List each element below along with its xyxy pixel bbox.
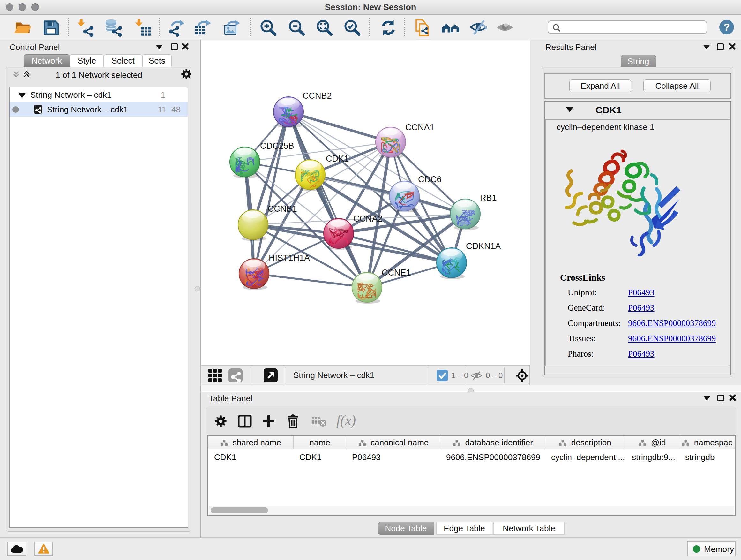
svg-text:CCNA1: CCNA1 — [405, 123, 434, 132]
svg-text:CDK1: CDK1 — [326, 154, 349, 164]
svg-text:CCNE1: CCNE1 — [382, 268, 411, 277]
svg-text:CCNB2: CCNB2 — [302, 91, 332, 101]
svg-text:CDKN1A: CDKN1A — [466, 241, 501, 251]
svg-text:CCNB1: CCNB1 — [268, 204, 297, 213]
svg-text:HIST1H1A: HIST1H1A — [269, 253, 310, 263]
svg-text:RB1: RB1 — [480, 193, 497, 203]
svg-text:CCNA2: CCNA2 — [353, 214, 383, 224]
svg-text:CDC25B: CDC25B — [260, 141, 294, 151]
svg-text:CDC6: CDC6 — [418, 175, 442, 184]
